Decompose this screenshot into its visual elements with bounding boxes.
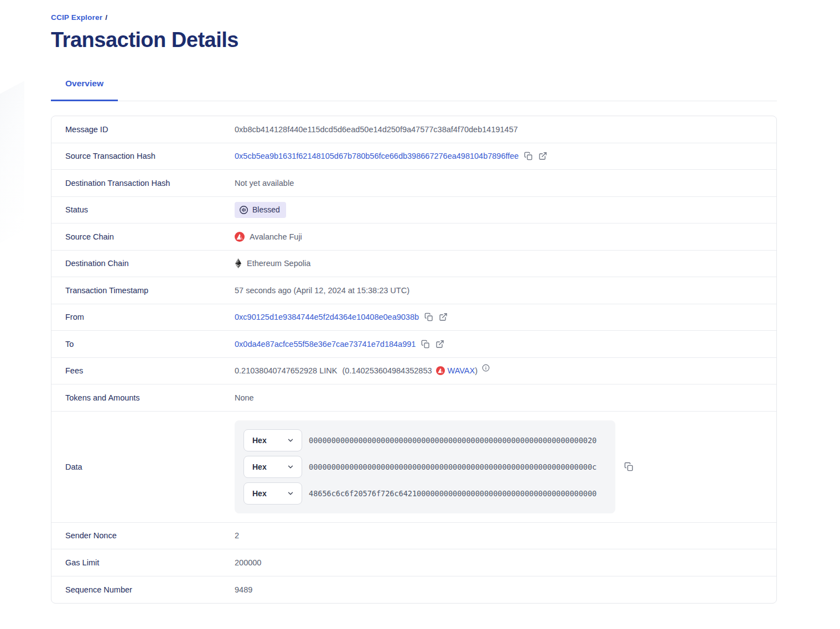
hex-format-select[interactable]: Hex <box>243 456 302 478</box>
copy-button[interactable] <box>421 340 430 349</box>
fees-wavax-amount: (0.140253604984352853 <box>342 366 432 375</box>
row-destination-chain: Destination Chain Ethereum Sepolia <box>51 251 776 278</box>
row-from: From 0xc90125d1e9384744e5f2d4364e10408e0… <box>51 304 776 331</box>
source-transaction-hash-value: 0x5cb5ea9b1631f62148105d67b780b56fce66db… <box>235 152 547 160</box>
wavax-token-icon <box>436 366 445 375</box>
row-data: Data Hex 0000000000000000000000000000000… <box>51 412 776 523</box>
external-link-button[interactable] <box>538 152 547 160</box>
hex-format-label: Hex <box>252 462 267 471</box>
row-label: From <box>51 313 235 321</box>
row-destination-transaction-hash: Destination Transaction Hash Not yet ava… <box>51 170 776 197</box>
row-label: Source Transaction Hash <box>51 152 235 160</box>
status-badge: Blessed <box>235 202 286 218</box>
row-label: Status <box>51 205 235 214</box>
hex-format-select[interactable]: Hex <box>243 429 302 451</box>
external-link-button[interactable] <box>439 313 448 321</box>
info-icon <box>482 364 490 372</box>
row-label: Data <box>51 462 235 471</box>
external-link-button[interactable] <box>435 340 444 349</box>
fees-paren-close: ) <box>475 366 478 375</box>
external-link-icon <box>435 340 444 349</box>
hex-line-row: Hex 48656c6c6f20576f726c6421000000000000… <box>243 482 606 505</box>
tab-overview[interactable]: Overview <box>51 77 118 101</box>
row-label: Sender Nonce <box>51 531 235 540</box>
row-label: Destination Transaction Hash <box>51 179 235 188</box>
breadcrumb-link-ccip-explorer[interactable]: CCIP Explorer <box>51 13 102 22</box>
external-link-icon <box>439 313 448 321</box>
row-transaction-timestamp: Transaction Timestamp 57 seconds ago (Ap… <box>51 277 776 304</box>
copy-icon <box>424 313 433 321</box>
breadcrumb-separator: / <box>105 13 107 22</box>
data-hex-box: Hex 000000000000000000000000000000000000… <box>235 420 615 513</box>
row-sender-nonce: Sender Nonce 2 <box>51 523 776 550</box>
row-status: Status Blessed <box>51 197 776 224</box>
row-sequence-number: Sequence Number 9489 <box>51 576 776 604</box>
page-container: CCIP Explorer/ Transaction Details Overv… <box>51 0 777 604</box>
hex-format-select[interactable]: Hex <box>243 482 302 505</box>
copy-icon <box>524 152 533 160</box>
status-value: Blessed <box>235 202 286 218</box>
row-label: Fees <box>51 366 235 375</box>
fees-link-amount: 0.21038040747652928 LINK <box>235 366 337 375</box>
row-label: Destination Chain <box>51 259 235 268</box>
row-label: Transaction Timestamp <box>51 286 235 295</box>
row-tokens-and-amounts: Tokens and Amounts None <box>51 384 776 412</box>
avalanche-fuji-icon <box>235 232 245 242</box>
background-decoration <box>0 81 24 257</box>
source-transaction-hash-link[interactable]: 0x5cb5ea9b1631f62148105d67b780b56fce66db… <box>235 152 518 160</box>
from-value: 0xc90125d1e9384744e5f2d4364e10408e0ea903… <box>235 313 448 321</box>
ethereum-sepolia-icon <box>235 258 242 268</box>
chevron-down-icon <box>287 490 294 497</box>
fees-info-button[interactable] <box>482 364 490 372</box>
row-source-chain: Source Chain Avalanche Fuji <box>51 223 776 251</box>
gas-limit-value: 200000 <box>235 558 261 567</box>
page-title: Transaction Details <box>51 28 777 52</box>
sender-nonce-value: 2 <box>235 531 239 540</box>
copy-button[interactable] <box>524 152 533 160</box>
from-address-link[interactable]: 0xc90125d1e9384744e5f2d4364e10408e0ea903… <box>235 313 419 321</box>
transaction-details-table: Message ID 0xb8cb414128f440e115dcd5d6ead… <box>51 116 777 604</box>
message-id-value: 0xb8cb414128f440e115dcd5d6ead50e14d250f9… <box>235 125 518 134</box>
destination-transaction-hash-value: Not yet available <box>235 179 294 188</box>
to-value: 0x0da4e87acfce55f58e36e7cae73741e7d184a9… <box>235 340 444 349</box>
source-chain-name: Avalanche Fuji <box>250 232 302 241</box>
hex-format-label: Hex <box>252 489 267 498</box>
source-chain-value: Avalanche Fuji <box>235 232 302 242</box>
row-label: Tokens and Amounts <box>51 393 235 402</box>
chevron-down-icon <box>287 463 294 471</box>
status-badge-label: Blessed <box>252 205 280 214</box>
hex-line-row: Hex 000000000000000000000000000000000000… <box>243 429 606 451</box>
row-gas-limit: Gas Limit 200000 <box>51 549 776 576</box>
to-address-link[interactable]: 0x0da4e87acfce55f58e36e7cae73741e7d184a9… <box>235 340 416 349</box>
fees-value: 0.21038040747652928 LINK (0.140253604984… <box>235 366 490 375</box>
row-label: To <box>51 340 235 349</box>
row-to: To 0x0da4e87acfce55f58e36e7cae73741e7d18… <box>51 331 776 358</box>
destination-chain-name: Ethereum Sepolia <box>247 259 310 268</box>
wavax-token-link[interactable]: WAVAX <box>448 366 475 375</box>
blessed-status-icon <box>239 205 248 215</box>
copy-icon <box>421 340 430 349</box>
breadcrumb: CCIP Explorer/ <box>51 13 777 22</box>
sequence-number-value: 9489 <box>235 585 252 594</box>
hex-line-text: 0000000000000000000000000000000000000000… <box>309 462 597 471</box>
copy-button[interactable] <box>424 313 433 321</box>
row-label: Source Chain <box>51 232 235 241</box>
tokens-and-amounts-value: None <box>235 393 254 402</box>
row-label: Gas Limit <box>51 558 235 567</box>
row-label: Sequence Number <box>51 585 235 594</box>
row-message-id: Message ID 0xb8cb414128f440e115dcd5d6ead… <box>51 116 776 143</box>
tab-bar: Overview <box>51 77 777 101</box>
data-copy-button[interactable] <box>624 462 634 471</box>
hex-line-text: 0000000000000000000000000000000000000000… <box>309 436 597 445</box>
row-label: Message ID <box>51 125 235 134</box>
hex-format-label: Hex <box>252 436 267 445</box>
chevron-down-icon <box>287 436 294 444</box>
hex-line-row: Hex 000000000000000000000000000000000000… <box>243 456 606 478</box>
destination-chain-value: Ethereum Sepolia <box>235 258 310 268</box>
row-fees: Fees 0.21038040747652928 LINK (0.1402536… <box>51 358 776 385</box>
row-source-transaction-hash: Source Transaction Hash 0x5cb5ea9b1631f6… <box>51 143 776 170</box>
external-link-icon <box>538 152 547 160</box>
copy-icon <box>624 462 634 471</box>
data-value: Hex 000000000000000000000000000000000000… <box>235 412 634 522</box>
transaction-timestamp-value: 57 seconds ago (April 12, 2024 at 15:38:… <box>235 286 409 295</box>
